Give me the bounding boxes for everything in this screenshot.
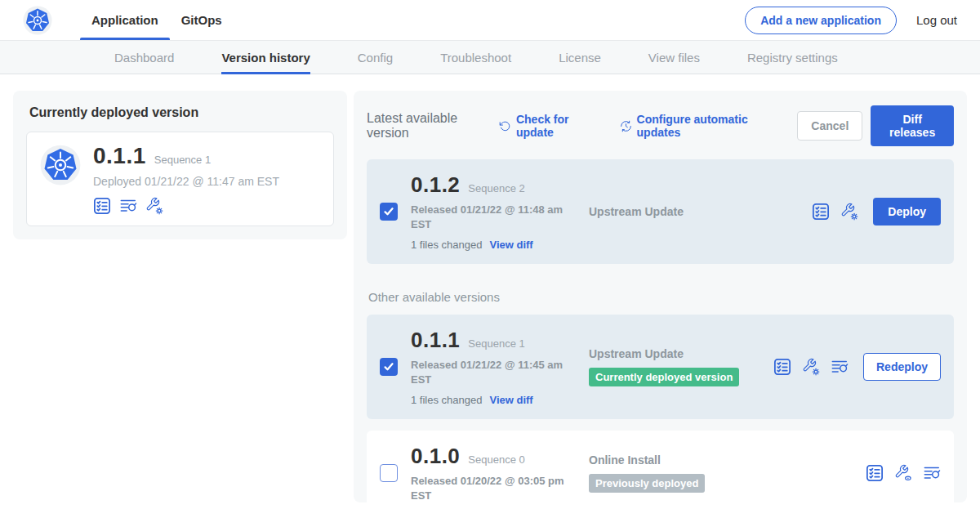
other-versions-label: Other available versions: [368, 290, 954, 304]
app-subnav: Dashboard Version history Config Trouble…: [0, 41, 980, 74]
current-version-title: Currently deployed version: [29, 105, 334, 120]
version-row-0-1-0: 0.1.0 Sequence 0 Released 01/20/22 @ 03:…: [367, 431, 954, 516]
edit-config-icon[interactable]: [840, 203, 858, 221]
released-timestamp: Released 01/20/22 @ 03:05 pm EST: [411, 474, 589, 502]
files-changed-label: 1 files changed: [411, 394, 482, 406]
latest-version-label: Latest available version: [367, 111, 488, 141]
view-config-icon[interactable]: [894, 464, 912, 482]
currently-deployed-badge: Currently deployed version: [589, 368, 739, 386]
version-source-label: Online Install: [589, 453, 866, 467]
refresh-icon: [499, 119, 511, 133]
version-number: 0.1.2: [411, 172, 460, 198]
cancel-button[interactable]: Cancel: [797, 111, 862, 141]
edit-config-icon[interactable]: [802, 358, 820, 376]
configure-auto-updates-link[interactable]: Configure automatic updates: [620, 113, 777, 139]
version-checkbox[interactable]: [380, 464, 398, 482]
preflight-checks-icon[interactable]: [866, 464, 884, 482]
version-sequence: Sequence 0: [468, 453, 524, 466]
main-content: Currently deployed version 0.1.1 Sequenc…: [0, 74, 980, 502]
current-version-panel: Currently deployed version 0.1.1 Sequenc…: [13, 91, 347, 239]
auto-update-icon: [620, 119, 632, 133]
add-application-button[interactable]: Add a new application: [745, 7, 897, 34]
current-version-number: 0.1.1: [93, 143, 146, 169]
tab-gitops[interactable]: GitOps: [170, 0, 234, 40]
preflight-checks-icon[interactable]: [93, 197, 111, 215]
current-version-card: 0.1.1 Sequence 1 Deployed 01/21/22 @ 11:…: [26, 132, 334, 226]
released-timestamp: Released 01/21/22 @ 11:48 am EST: [411, 203, 589, 231]
subnav-item-registry-settings[interactable]: Registry settings: [747, 41, 838, 74]
files-changed-label: 1 files changed: [411, 239, 482, 251]
check-for-update-link[interactable]: Check for update: [499, 113, 599, 139]
version-history-section: Latest available version Check for updat…: [354, 91, 967, 502]
subnav-item-config[interactable]: Config: [358, 41, 393, 74]
edit-config-icon[interactable]: [145, 197, 163, 215]
view-diff-link[interactable]: View diff: [489, 394, 532, 406]
subnav-item-version-history[interactable]: Version history: [221, 41, 310, 74]
current-version-sequence: Sequence 1: [154, 154, 211, 166]
subnav-item-license[interactable]: License: [559, 41, 601, 74]
deploy-logs-icon[interactable]: [923, 464, 941, 482]
preflight-checks-icon[interactable]: [773, 358, 791, 376]
deploy-logs-icon[interactable]: [119, 197, 137, 215]
view-diff-link[interactable]: View diff: [489, 239, 532, 251]
diff-releases-button[interactable]: Diff releases: [871, 105, 954, 146]
released-timestamp: Released 01/21/22 @ 11:45 am EST: [411, 358, 589, 386]
subnav-item-view-files[interactable]: View files: [648, 41, 700, 74]
kubernetes-logo-icon: [23, 6, 52, 35]
deploy-logs-icon[interactable]: [831, 358, 849, 376]
subnav-item-dashboard[interactable]: Dashboard: [114, 41, 174, 74]
version-number: 0.1.0: [411, 444, 460, 469]
app-logo: [23, 0, 52, 40]
redeploy-button[interactable]: Redeploy: [863, 353, 941, 381]
version-source-label: Upstream Update: [589, 205, 812, 218]
subnav-item-troubleshoot[interactable]: Troubleshoot: [440, 41, 511, 74]
latest-version-header: Latest available version Check for updat…: [367, 105, 954, 146]
version-number: 0.1.1: [411, 328, 460, 353]
tab-application[interactable]: Application: [80, 0, 170, 40]
version-row-0-1-1: 0.1.1 Sequence 1 Released 01/21/22 @ 11:…: [367, 315, 954, 419]
version-sequence: Sequence 1: [468, 337, 524, 350]
top-tabs: Application GitOps: [80, 0, 234, 40]
kubernetes-app-icon: [40, 145, 81, 185]
deploy-button[interactable]: Deploy: [873, 198, 941, 226]
preflight-checks-icon[interactable]: [812, 203, 830, 221]
version-row-0-1-2: 0.1.2 Sequence 2 Released 01/21/22 @ 11:…: [367, 159, 954, 264]
version-checkbox[interactable]: [380, 358, 398, 376]
check-icon: [383, 206, 394, 217]
deployed-timestamp: Deployed 01/21/22 @ 11:47 am EST: [93, 175, 279, 188]
version-sequence: Sequence 2: [468, 182, 524, 194]
version-source-label: Upstream Update: [589, 347, 773, 360]
version-checkbox[interactable]: [380, 203, 398, 221]
logout-button[interactable]: Log out: [916, 13, 957, 27]
previously-deployed-badge: Previously deployed: [589, 474, 705, 493]
check-icon: [383, 361, 394, 373]
topbar: Application GitOps Add a new application…: [0, 0, 980, 41]
